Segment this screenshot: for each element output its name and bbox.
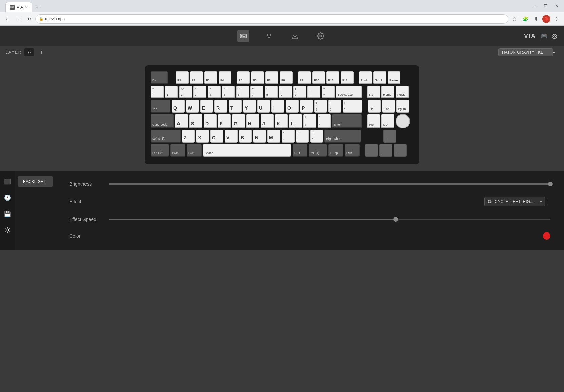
back-button[interactable]: ←	[3, 14, 12, 24]
active-tab[interactable]: ⌨ VIA ✕	[5, 2, 32, 12]
key-print[interactable]: Print	[359, 71, 372, 84]
key-f3[interactable]: F3	[204, 71, 217, 84]
key-w[interactable]: W	[186, 100, 199, 113]
keyboard-tab-icon[interactable]	[237, 30, 249, 42]
key-x[interactable]: X	[196, 130, 209, 143]
side-nav-keymap-icon[interactable]: ⬛	[3, 176, 12, 186]
key-f5[interactable]: F5	[237, 71, 250, 84]
download-tab-icon[interactable]	[289, 30, 301, 42]
discord-icon[interactable]: 🎮	[540, 32, 548, 40]
key-comma[interactable]: < ,	[282, 130, 295, 143]
key-f9[interactable]: F9	[298, 71, 311, 84]
key-2[interactable]: @ 2	[179, 86, 192, 98]
key-ins[interactable]: Ins	[367, 86, 380, 98]
key-f6[interactable]: F6	[251, 71, 264, 84]
key-left-ctrl[interactable]: Left Ctrl	[151, 144, 169, 157]
key-o[interactable]: O	[286, 100, 299, 113]
restore-button[interactable]: ❐	[541, 1, 550, 11]
key-9[interactable]: ( 9	[279, 86, 292, 98]
key-i[interactable]: I	[271, 100, 284, 113]
key-semicolon[interactable]: : ;	[303, 114, 316, 128]
key-b[interactable]: B	[239, 130, 252, 143]
key-r[interactable]: R	[214, 100, 227, 113]
key-esc[interactable]: Esc	[151, 71, 168, 84]
key-4[interactable]: $ 4	[208, 86, 221, 98]
key-f10[interactable]: F10	[312, 71, 325, 84]
settings-tab-icon[interactable]	[315, 30, 327, 42]
key-right[interactable]: →	[394, 144, 407, 157]
key-m[interactable]: M	[267, 130, 280, 143]
key-f11[interactable]: F11	[326, 71, 339, 84]
key-8[interactable]: * 8	[265, 86, 278, 98]
key-next[interactable]: Ne›	[381, 114, 394, 128]
keyboard-selector[interactable]: HATOR GRAVITY TKL	[498, 48, 553, 56]
github-icon[interactable]: ◎	[552, 32, 557, 40]
key-f2[interactable]: F2	[190, 71, 203, 84]
key-left[interactable]: ←	[365, 144, 378, 157]
key-pause[interactable]: Pause	[388, 71, 400, 84]
backlight-tab[interactable]: BACKLIGHT	[18, 176, 53, 187]
key-rbracket[interactable]: } ]	[328, 100, 341, 113]
key-home[interactable]: Home	[381, 86, 394, 98]
layer-0-button[interactable]: 0	[24, 48, 34, 56]
key-quote[interactable]: " '	[318, 114, 331, 128]
side-nav-lighting-icon[interactable]	[3, 225, 12, 235]
key-backslash[interactable]: | \	[343, 100, 362, 113]
key-tab[interactable]: Tab	[151, 100, 170, 113]
minimize-button[interactable]: —	[530, 1, 540, 11]
side-nav-macros-icon[interactable]: 🕐	[3, 193, 12, 202]
profile-icon[interactable]: 🔴	[542, 15, 550, 23]
key-n[interactable]: N	[253, 130, 266, 143]
refresh-button[interactable]: ↻	[24, 14, 34, 24]
key-del[interactable]: Del	[368, 100, 381, 113]
key-backspace[interactable]: Backspace	[336, 86, 362, 98]
side-nav-save-icon[interactable]: 💾	[3, 209, 12, 219]
key-ralt[interactable]: RAlt	[293, 144, 307, 157]
key-z[interactable]: Z	[182, 130, 195, 143]
key-f[interactable]: F	[218, 114, 231, 128]
key-u[interactable]: U	[257, 100, 270, 113]
key-p[interactable]: P	[300, 100, 313, 113]
new-tab-button[interactable]: +	[32, 3, 42, 12]
brightness-slider[interactable]	[109, 183, 550, 185]
key-1[interactable]: ! 1	[165, 86, 178, 98]
key-tilde[interactable]: ~ `	[151, 86, 164, 98]
key-s[interactable]: S	[189, 114, 202, 128]
key-t[interactable]: T	[229, 100, 242, 113]
key-pgup[interactable]: PgUp	[396, 86, 409, 98]
key-l[interactable]: L	[289, 114, 302, 128]
volume-knob[interactable]	[396, 114, 410, 128]
key-caps-lock[interactable]: Caps Lock	[151, 114, 174, 128]
key-right-shift[interactable]: Right Shift	[324, 130, 361, 143]
key-a[interactable]: A	[175, 114, 188, 128]
key-d[interactable]: D	[204, 114, 217, 128]
key-end[interactable]: End	[382, 100, 395, 113]
key-h[interactable]: H	[246, 114, 259, 128]
key-0[interactable]: ) 0	[293, 86, 306, 98]
key-f7[interactable]: F7	[265, 71, 278, 84]
key-f1[interactable]: F1	[176, 71, 189, 84]
key-lbracket[interactable]: { [	[314, 100, 327, 113]
key-space[interactable]: Space	[203, 144, 291, 157]
key-mo1[interactable]: MO(1)	[309, 144, 327, 157]
menu-button[interactable]: ⋮	[552, 14, 561, 24]
key-scroll[interactable]: Scroll	[373, 71, 386, 84]
key-y[interactable]: Y	[243, 100, 256, 113]
usb-tab-icon[interactable]	[263, 30, 275, 42]
color-swatch[interactable]	[543, 232, 550, 240]
key-f8[interactable]: F8	[280, 71, 293, 84]
bookmark-button[interactable]: ☆	[510, 14, 519, 24]
effect-speed-thumb[interactable]	[393, 217, 398, 222]
key-rctl[interactable]: RCtl	[345, 144, 360, 157]
key-pgdn[interactable]: PgDn	[396, 100, 409, 113]
key-v[interactable]: V	[225, 130, 238, 143]
key-left-shift[interactable]: Left Shift	[151, 130, 181, 143]
key-period[interactable]: > .	[296, 130, 309, 143]
key-enter[interactable]: Enter	[332, 114, 362, 128]
close-button[interactable]: ✕	[552, 1, 561, 11]
key-f4[interactable]: F4	[219, 71, 231, 84]
layer-1-button[interactable]: 1	[37, 48, 46, 56]
key-3[interactable]: # 3	[193, 86, 206, 98]
key-q[interactable]: Q	[172, 100, 185, 113]
key-down[interactable]: ↓	[379, 144, 392, 157]
